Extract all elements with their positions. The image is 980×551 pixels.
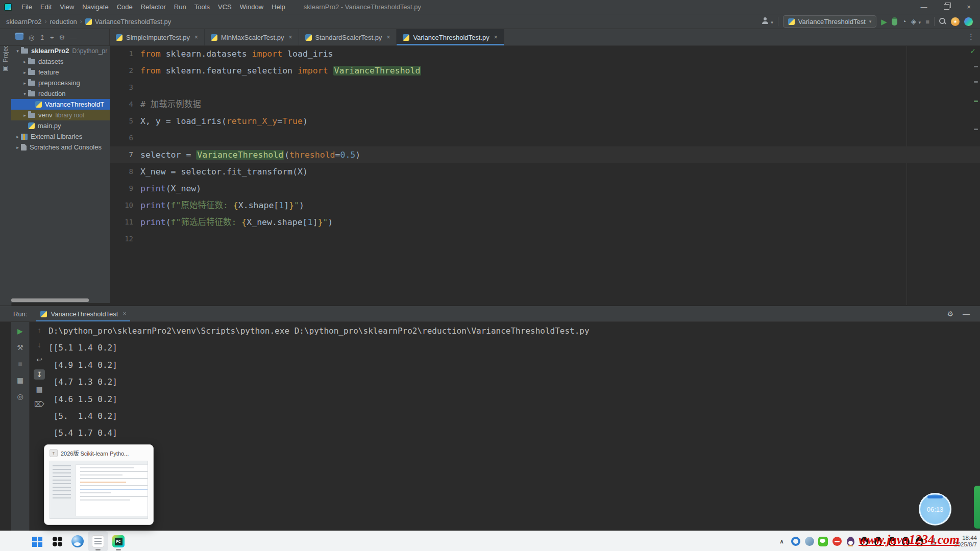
tree-item-main-py[interactable]: main.py xyxy=(11,120,110,131)
taskbar-preview-popup[interactable]: T 2026版 Scikit-learn Pytho... xyxy=(44,444,154,525)
code-line-6[interactable]: 6 xyxy=(110,130,980,146)
tree-arrow-icon[interactable]: ▸ xyxy=(14,134,21,139)
windows-start-taskbar-button[interactable] xyxy=(27,531,47,551)
edge-widget[interactable] xyxy=(974,486,980,529)
close-icon[interactable]: × xyxy=(122,310,126,317)
tree-arrow-icon[interactable]: ▸ xyxy=(21,59,28,64)
menu-view[interactable]: View xyxy=(56,3,78,11)
menu-edit[interactable]: Edit xyxy=(36,3,56,11)
collapse-all-button[interactable]: ↥ xyxy=(39,34,45,41)
run-settings-gear-icon[interactable]: ⚙ xyxy=(947,310,953,318)
qq-1-tray-icon[interactable] xyxy=(844,531,857,551)
breadcrumb-item[interactable]: sklearnPro2 xyxy=(6,18,41,26)
tree-item-variancethresholdt[interactable]: VarianceThresholdT xyxy=(11,99,110,110)
tree-item-external-libraries[interactable]: ▸External Libraries xyxy=(11,131,110,142)
pinwheel-app-taskbar-button[interactable] xyxy=(47,531,67,551)
menu-file[interactable]: File xyxy=(17,3,36,11)
menu-help[interactable]: Help xyxy=(267,3,289,11)
close-button[interactable]: × xyxy=(958,0,980,14)
code-line-11[interactable]: 11print(f"筛选后特征数: {X_new.shape[1]}") xyxy=(110,214,980,231)
menu-code[interactable]: Code xyxy=(113,3,137,11)
close-icon[interactable]: × xyxy=(289,34,292,41)
pycharm-taskbar-button[interactable]: PC xyxy=(108,531,129,551)
hide-run-panel-button[interactable]: — xyxy=(963,310,970,318)
rerun-button[interactable]: ▶ xyxy=(15,326,26,336)
tree-item-preprocessing[interactable]: ▸preprocessing xyxy=(11,78,110,88)
expand-all-button[interactable]: ÷ xyxy=(50,34,54,41)
pin-button[interactable]: ◎ xyxy=(15,391,26,402)
tree-item-datasets[interactable]: ▸datasets xyxy=(11,56,110,67)
tree-arrow-icon[interactable]: ▸ xyxy=(21,113,28,118)
code-editor[interactable]: ✓ 1from sklearn.datasets import load_iri… xyxy=(110,45,980,305)
tab-standardscalertest-py[interactable]: StandardScalerTest.py× xyxy=(299,29,397,45)
code-line-1[interactable]: 1from sklearn.datasets import load_iris xyxy=(110,45,980,62)
code-line-12[interactable]: 12 xyxy=(110,231,980,247)
menu-window[interactable]: Window xyxy=(236,3,267,11)
down-button[interactable]: ↓ xyxy=(34,340,45,350)
tree-item-reduction[interactable]: ▾reduction xyxy=(11,88,110,99)
console-output[interactable]: D:\python_pro\sklearnPro2\venv\Scripts\p… xyxy=(48,321,980,531)
browser-app-taskbar-button[interactable] xyxy=(67,531,88,551)
tab-minmaxscalertest-py[interactable]: MinMaxScalerTest.py× xyxy=(205,29,299,45)
stop-button[interactable]: ■ xyxy=(925,18,929,25)
up-button[interactable]: ↑ xyxy=(34,325,45,335)
gear-icon[interactable]: ⚙ xyxy=(59,34,65,41)
hide-panel-button[interactable]: — xyxy=(70,34,77,41)
breadcrumb-item[interactable]: VarianceThresholdTest.py xyxy=(95,18,171,26)
debug-button[interactable] xyxy=(892,17,897,26)
code-with-me-button[interactable]: ▾ xyxy=(762,17,773,26)
document-app-taskbar-button[interactable] xyxy=(88,531,108,551)
code-line-7[interactable]: 7selector = VarianceThreshold(threshold=… xyxy=(110,146,980,163)
minimize-button[interactable]: — xyxy=(913,0,935,14)
red-app-tray-icon[interactable] xyxy=(830,531,844,551)
tab-simpleimputertest-py[interactable]: SimpleImputerTest.py× xyxy=(110,29,205,45)
end-button[interactable]: ↧ xyxy=(34,369,45,380)
tab-variancethresholdtest-py[interactable]: VarianceThresholdTest.py× xyxy=(397,29,504,45)
code-line-8[interactable]: 8X_new = selector.fit_transform(X) xyxy=(110,163,980,180)
menu-tools[interactable]: Tools xyxy=(190,3,214,11)
code-line-4[interactable]: 4# 加载示例数据 xyxy=(110,96,980,113)
code-line-3[interactable]: 3 xyxy=(110,79,980,96)
tree-arrow-icon[interactable]: ▸ xyxy=(21,70,28,75)
project-view-selector[interactable] xyxy=(15,33,23,42)
clear-button[interactable]: ⌦ xyxy=(34,399,45,409)
coverage-button[interactable]: ◈ ▾ xyxy=(911,17,921,26)
stop-button[interactable]: ■ xyxy=(15,359,26,369)
code-line-10[interactable]: 10print(f"原始特征数: {X.shape[1]}") xyxy=(110,197,980,214)
project-scrollbar[interactable] xyxy=(11,298,89,302)
menu-vcs[interactable]: VCS xyxy=(214,3,236,11)
profiler-button[interactable]: ◔ xyxy=(902,18,906,25)
layout-button[interactable]: ▦ xyxy=(15,375,26,385)
close-icon[interactable]: × xyxy=(386,34,390,41)
tray-swirl-tray-icon[interactable] xyxy=(802,531,816,551)
tree-item-venv[interactable]: ▸venvlibrary root xyxy=(11,110,110,120)
wrap-button[interactable]: ↩ xyxy=(34,355,45,365)
run-button[interactable]: ▶ xyxy=(881,18,887,26)
tray-expand-tray-icon[interactable]: ∧ xyxy=(775,531,789,551)
select-opened-file-button[interactable]: ◎ xyxy=(29,34,34,41)
menu-refactor[interactable]: Refactor xyxy=(137,3,170,11)
tree-arrow-icon[interactable]: ▸ xyxy=(21,81,28,86)
ai-assistant-icon[interactable] xyxy=(964,17,973,26)
wrench-button[interactable]: ⚒ xyxy=(15,342,26,353)
run-tab[interactable]: VarianceThresholdTest × xyxy=(36,306,130,321)
code-line-2[interactable]: 2from sklearn.feature_selection import V… xyxy=(110,62,980,79)
close-icon[interactable]: × xyxy=(494,34,498,41)
print-button[interactable]: ▤ xyxy=(34,384,45,394)
menu-navigate[interactable]: Navigate xyxy=(78,3,112,11)
tree-arrow-icon[interactable]: ▾ xyxy=(21,91,28,96)
recorder-timer-bubble[interactable]: 06:13 xyxy=(919,493,951,525)
run-config-selector[interactable]: VarianceThresholdTest ▾ xyxy=(783,15,877,28)
tree-arrow-icon[interactable]: ▾ xyxy=(14,48,21,54)
notifications-icon[interactable]: ★ xyxy=(951,17,960,26)
breadcrumb-item[interactable]: reduction xyxy=(50,18,77,26)
tree-item-feature[interactable]: ▸feature xyxy=(11,67,110,78)
close-icon[interactable]: × xyxy=(194,34,198,41)
more-tabs-icon[interactable]: ⋮ xyxy=(967,32,975,41)
tree-item-sklearnpro2[interactable]: ▾sklearnPro2D:\python_pr xyxy=(11,45,110,56)
tree-arrow-icon[interactable]: ▸ xyxy=(14,145,21,150)
preview-thumbnail[interactable] xyxy=(50,461,148,519)
tray-ring-tray-icon[interactable] xyxy=(789,531,802,551)
code-line-5[interactable]: 5X, y = load_iris(return_X_y=True) xyxy=(110,113,980,130)
restore-button[interactable] xyxy=(935,0,958,14)
